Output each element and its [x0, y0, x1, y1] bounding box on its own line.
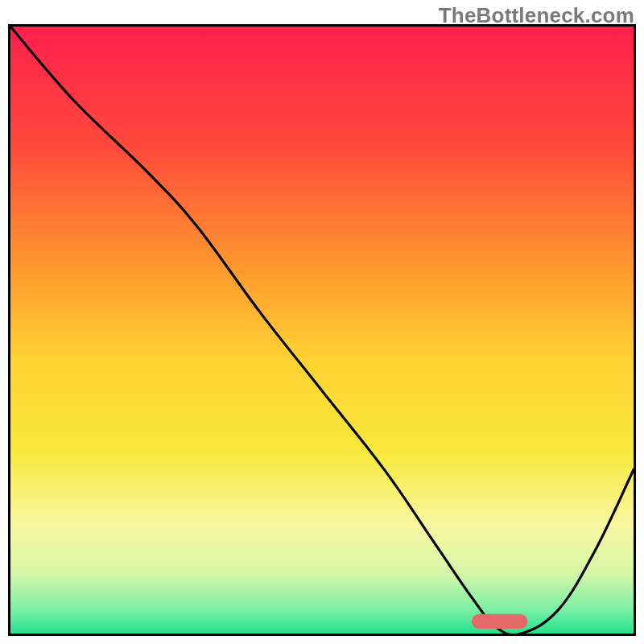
chart-frame [8, 24, 636, 636]
gradient-background [10, 27, 634, 634]
bottleneck-chart [10, 27, 634, 634]
optimal-range-marker [472, 614, 528, 629]
